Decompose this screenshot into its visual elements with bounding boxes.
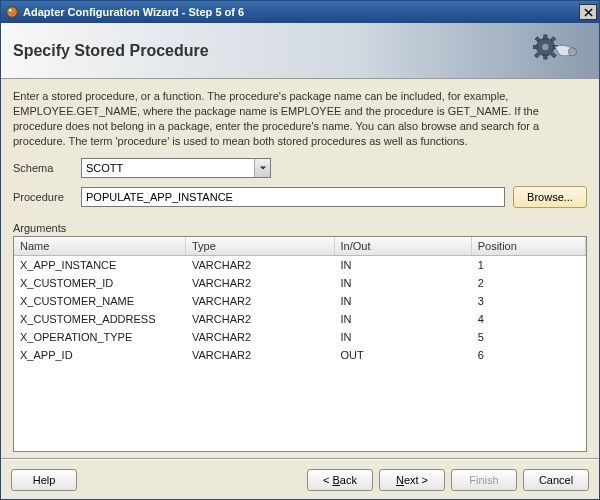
cell-position: 6	[471, 346, 585, 364]
cell-type: VARCHAR2	[185, 274, 334, 292]
procedure-value: POPULATE_APP_INSTANCE	[86, 191, 233, 203]
table-row[interactable]: X_OPERATION_TYPEVARCHAR2IN5	[14, 328, 586, 346]
procedure-input[interactable]: POPULATE_APP_INSTANCE	[81, 187, 505, 207]
svg-point-3	[542, 44, 548, 50]
table-row[interactable]: X_CUSTOMER_IDVARCHAR2IN2	[14, 274, 586, 292]
table-row[interactable]: X_APP_IDVARCHAR2OUT6	[14, 346, 586, 364]
procedure-label: Procedure	[13, 191, 81, 203]
procedure-row: Procedure POPULATE_APP_INSTANCE Browse..…	[13, 186, 587, 208]
cell-position: 2	[471, 274, 585, 292]
svg-point-12	[569, 48, 577, 56]
table-row[interactable]: X_CUSTOMER_ADDRESSVARCHAR2IN4	[14, 310, 586, 328]
chevron-down-icon	[254, 159, 270, 177]
header-band: Specify Stored Procedure	[1, 23, 599, 79]
cell-name: X_CUSTOMER_ADDRESS	[14, 310, 185, 328]
table-row[interactable]: X_APP_INSTANCEVARCHAR2IN1	[14, 256, 586, 275]
col-position[interactable]: Position	[471, 237, 585, 256]
cell-type: VARCHAR2	[185, 292, 334, 310]
browse-button[interactable]: Browse...	[513, 186, 587, 208]
footer: Help < Back Next > Finish Cancel	[1, 459, 599, 499]
schema-select[interactable]: SCOTT	[81, 158, 271, 178]
col-inout[interactable]: In/Out	[334, 237, 471, 256]
svg-rect-6	[533, 45, 537, 48]
cell-position: 4	[471, 310, 585, 328]
cell-name: X_APP_ID	[14, 346, 185, 364]
cell-position: 5	[471, 328, 585, 346]
cell-name: X_APP_INSTANCE	[14, 256, 185, 275]
cell-inout: IN	[334, 274, 471, 292]
next-button[interactable]: Next >	[379, 469, 445, 491]
table-row[interactable]: X_CUSTOMER_NAMEVARCHAR2IN3	[14, 292, 586, 310]
cell-name: X_OPERATION_TYPE	[14, 328, 185, 346]
cell-inout: OUT	[334, 346, 471, 364]
cancel-button[interactable]: Cancel	[523, 469, 589, 491]
cell-type: VARCHAR2	[185, 256, 334, 275]
arguments-table: Name Type In/Out Position X_APP_INSTANCE…	[13, 236, 587, 452]
col-type[interactable]: Type	[185, 237, 334, 256]
cell-name: X_CUSTOMER_ID	[14, 274, 185, 292]
svg-rect-4	[544, 35, 547, 39]
cell-position: 1	[471, 256, 585, 275]
cell-name: X_CUSTOMER_NAME	[14, 292, 185, 310]
titlebar: Adapter Configuration Wizard - Step 5 of…	[1, 1, 599, 23]
cell-type: VARCHAR2	[185, 310, 334, 328]
col-name[interactable]: Name	[14, 237, 185, 256]
arguments-label: Arguments	[13, 222, 587, 234]
finish-button: Finish	[451, 469, 517, 491]
cell-inout: IN	[334, 310, 471, 328]
cell-type: VARCHAR2	[185, 328, 334, 346]
schema-row: Schema SCOTT	[13, 158, 587, 178]
back-button[interactable]: < Back	[307, 469, 373, 491]
cell-inout: IN	[334, 292, 471, 310]
help-button[interactable]: Help	[11, 469, 77, 491]
browse-label-rest: rowse...	[534, 191, 573, 203]
svg-point-0	[7, 7, 18, 18]
svg-rect-5	[544, 55, 547, 59]
gear-icon	[531, 31, 579, 73]
close-button[interactable]	[579, 4, 597, 20]
content-area: Enter a stored procedure, or a function.…	[1, 79, 599, 458]
window-title: Adapter Configuration Wizard - Step 5 of…	[23, 6, 579, 18]
page-heading: Specify Stored Procedure	[13, 42, 209, 60]
cell-type: VARCHAR2	[185, 346, 334, 364]
app-icon	[5, 5, 19, 19]
schema-value: SCOTT	[86, 162, 123, 174]
cell-inout: IN	[334, 328, 471, 346]
schema-label: Schema	[13, 162, 81, 174]
table-header-row: Name Type In/Out Position	[14, 237, 586, 256]
cell-inout: IN	[334, 256, 471, 275]
svg-point-1	[9, 9, 12, 12]
instruction-text: Enter a stored procedure, or a function.…	[13, 89, 587, 148]
cell-position: 3	[471, 292, 585, 310]
wizard-window: Adapter Configuration Wizard - Step 5 of…	[0, 0, 600, 500]
